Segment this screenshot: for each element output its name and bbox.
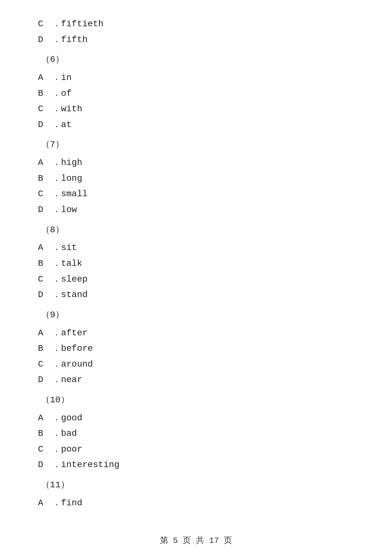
option-dot: ． — [52, 272, 61, 287]
option-text: sit — [61, 240, 77, 255]
option-letter: D — [38, 457, 52, 472]
question-number-9: （9） — [41, 308, 360, 322]
option-letter: A — [38, 496, 52, 511]
option-text: of — [61, 86, 72, 101]
option-text: near — [61, 372, 82, 387]
option-text: find — [61, 496, 82, 511]
option-dot: ． — [52, 411, 61, 426]
question-number-11: （11） — [41, 478, 360, 492]
option-9c: C ． around — [38, 357, 360, 372]
option-dot: ． — [52, 256, 61, 271]
option-dot: ． — [52, 117, 61, 132]
option-10c: C ． poor — [38, 442, 360, 457]
option-8b: B ． talk — [38, 256, 360, 271]
option-letter: C — [38, 272, 52, 287]
option-letter: B — [38, 256, 52, 271]
option-letter: B — [38, 171, 52, 186]
page-info: 第 5 页 共 17 页 — [160, 536, 232, 545]
option-dot: ． — [52, 442, 61, 457]
option-11a: A ． find — [38, 496, 360, 511]
option-letter: A — [38, 70, 52, 85]
option-9a: A ． after — [38, 326, 360, 341]
option-dot: ． — [52, 326, 61, 341]
option-dot: ． — [52, 341, 61, 356]
option-text: before — [61, 341, 93, 356]
option-text: fifth — [61, 32, 88, 47]
option-text: in — [61, 70, 72, 85]
option-letter: D — [38, 372, 52, 387]
option-letter: C — [38, 16, 52, 32]
option-dot: ． — [52, 16, 61, 32]
option-letter: D — [38, 117, 52, 132]
option-text: after — [61, 326, 88, 341]
option-c-fiftieth: C ． fiftieth — [38, 16, 360, 32]
option-letter: D — [38, 32, 52, 47]
option-letter: D — [38, 202, 52, 217]
option-6c: C ． with — [38, 101, 360, 117]
question-number-6: （6） — [41, 53, 360, 67]
option-dot: ． — [52, 202, 61, 217]
option-text: high — [61, 155, 82, 170]
option-dot: ． — [52, 155, 61, 170]
option-7d: D ． low — [38, 202, 360, 217]
option-9b: B ． before — [38, 341, 360, 356]
option-letter: A — [38, 411, 52, 426]
option-letter: C — [38, 357, 52, 372]
option-6a: A ． in — [38, 70, 360, 85]
option-text: with — [61, 101, 82, 117]
option-7c: C ． small — [38, 186, 360, 202]
option-text: stand — [61, 287, 88, 302]
option-10b: B ． bad — [38, 426, 360, 441]
option-dot: ． — [52, 287, 61, 302]
option-10a: A ． good — [38, 411, 360, 426]
option-dot: ． — [52, 426, 61, 441]
option-dot: ． — [52, 32, 61, 47]
option-letter: A — [38, 240, 52, 255]
option-letter: B — [38, 86, 52, 101]
option-d-fifth: D ． fifth — [38, 32, 360, 47]
option-8a: A ． sit — [38, 240, 360, 255]
option-text: bad — [61, 426, 77, 441]
option-letter: B — [38, 341, 52, 356]
option-6b: B ． of — [38, 86, 360, 101]
question-number-8: （8） — [41, 223, 360, 237]
option-text: around — [61, 357, 93, 372]
option-dot: ． — [52, 357, 61, 372]
option-dot: ． — [52, 372, 61, 387]
option-letter: C — [38, 442, 52, 457]
question-number-10: （10） — [41, 393, 360, 407]
option-letter: C — [38, 186, 52, 202]
option-text: talk — [61, 256, 82, 271]
option-9d: D ． near — [38, 372, 360, 387]
option-8d: D ． stand — [38, 287, 360, 302]
option-text: small — [61, 186, 88, 202]
option-dot: ． — [52, 240, 61, 255]
option-dot: ． — [52, 457, 61, 472]
question-number-7: （7） — [41, 138, 360, 152]
option-dot: ． — [52, 70, 61, 85]
option-text: good — [61, 411, 82, 426]
option-dot: ． — [52, 101, 61, 117]
option-text: fiftieth — [61, 16, 103, 32]
option-6d: D ． at — [38, 117, 360, 132]
option-8c: C ． sleep — [38, 272, 360, 287]
option-letter: D — [38, 287, 52, 302]
option-7b: B ． long — [38, 171, 360, 186]
option-dot: ． — [52, 171, 61, 186]
main-content: C ． fiftieth D ． fifth （6） A ． in B ． of… — [0, 9, 392, 536]
option-text: at — [61, 117, 72, 132]
option-text: low — [61, 202, 77, 217]
option-text: poor — [61, 442, 82, 457]
option-letter: C — [38, 101, 52, 117]
option-dot: ． — [52, 186, 61, 202]
option-letter: A — [38, 155, 52, 170]
option-10d: D ． interesting — [38, 457, 360, 472]
option-letter: A — [38, 326, 52, 341]
option-text: interesting — [61, 457, 119, 472]
page-footer: 第 5 页 共 17 页 — [0, 535, 392, 546]
option-7a: A ． high — [38, 155, 360, 170]
option-dot: ． — [52, 86, 61, 101]
option-text: long — [61, 171, 82, 186]
option-text: sleep — [61, 272, 88, 287]
option-letter: B — [38, 426, 52, 441]
